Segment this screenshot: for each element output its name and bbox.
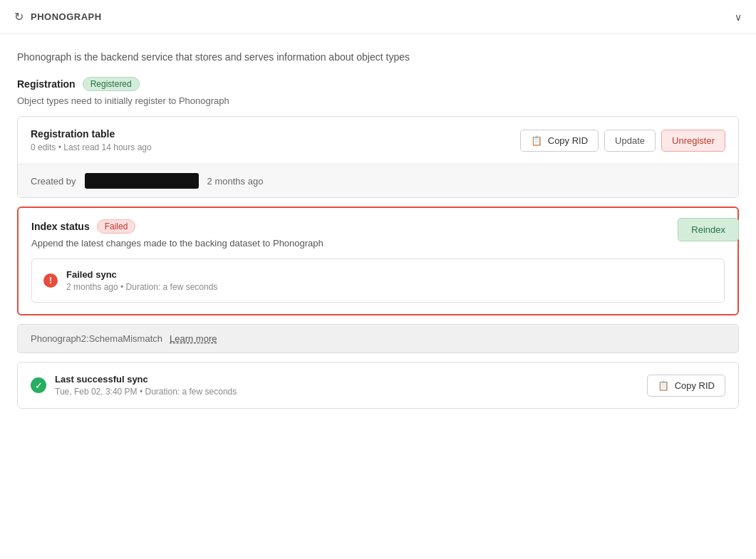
header-title: PHONOGRAPH <box>31 11 102 22</box>
last-sync-copy-rid-button[interactable]: 📋 Copy RID <box>647 375 725 397</box>
registration-title: Registration <box>17 78 76 90</box>
redacted-user <box>85 173 199 189</box>
schema-mismatch-banner: Phonograph2:SchemaMismatch Learn more <box>17 324 739 353</box>
reindex-container: Reindex <box>678 218 739 241</box>
failed-sync-title: Failed sync <box>66 269 217 280</box>
last-sync-copy-rid-label: Copy RID <box>675 380 715 391</box>
card-info-subtitle: 0 edits • Last read 14 hours ago <box>31 142 152 152</box>
registration-subtitle: Object types need to initially register … <box>17 95 739 106</box>
last-sync-title: Last successful sync <box>55 374 638 385</box>
description-text: Phonograph is the backend service that s… <box>17 51 739 63</box>
update-button[interactable]: Update <box>604 130 656 152</box>
failed-sync-subtitle: 2 months ago • Duration: a few seconds <box>66 282 217 292</box>
registration-card: Registration table 0 edits • Last read 1… <box>17 116 739 198</box>
index-subtitle: Append the latest changes made to the ba… <box>31 238 725 249</box>
reindex-label: Reindex <box>691 224 725 235</box>
schema-text: Phonograph2:SchemaMismatch <box>31 333 162 344</box>
card-info-title: Registration table <box>31 128 152 140</box>
registered-badge: Registered <box>83 77 140 91</box>
index-header: Index status Failed <box>31 219 725 234</box>
last-sync-card: ✓ Last successful sync Tue, Feb 02, 3:40… <box>17 362 739 409</box>
unregister-button[interactable]: Unregister <box>661 130 725 152</box>
card-actions: 📋 Copy RID Update Unregister <box>520 130 725 152</box>
failed-badge: Failed <box>97 219 136 234</box>
copy-rid-button[interactable]: 📋 Copy RID <box>520 130 599 152</box>
update-label: Update <box>615 135 645 146</box>
reindex-button[interactable]: Reindex <box>678 218 739 241</box>
index-status-card: Index status Failed Append the latest ch… <box>17 207 739 315</box>
failed-sync-info: Failed sync 2 months ago • Duration: a f… <box>66 269 217 292</box>
failed-sync-card: ! Failed sync 2 months ago • Duration: a… <box>31 258 725 303</box>
copy-rid-label: Copy RID <box>548 135 588 146</box>
unregister-label: Unregister <box>672 135 715 146</box>
last-sync-info: Last successful sync Tue, Feb 02, 3:40 P… <box>55 374 638 397</box>
clipboard-icon-2: 📋 <box>658 380 669 391</box>
registration-header: Registration Registered <box>17 77 739 91</box>
header-left: ↻ PHONOGRAPH <box>14 10 102 23</box>
card-main: Registration table 0 edits • Last read 1… <box>18 117 738 164</box>
refresh-icon: ↻ <box>14 10 24 23</box>
index-status-title: Index status <box>31 221 90 232</box>
last-sync-subtitle: Tue, Feb 02, 3:40 PM • Duration: a few s… <box>55 387 638 397</box>
index-section-outer: Index status Failed Append the latest ch… <box>17 207 739 409</box>
app-container: ↻ PHONOGRAPH ∨ Phonograph is the backend… <box>0 0 756 559</box>
card-info: Registration table 0 edits • Last read 1… <box>31 128 152 152</box>
learn-more-link[interactable]: Learn more <box>170 333 217 344</box>
created-time-ago: 2 months ago <box>207 176 264 187</box>
header: ↻ PHONOGRAPH ∨ <box>0 0 756 34</box>
chevron-down-icon[interactable]: ∨ <box>735 11 742 23</box>
error-icon: ! <box>43 273 58 288</box>
clipboard-icon: 📋 <box>531 135 542 146</box>
card-footer: Created by 2 months ago <box>18 164 738 197</box>
success-icon: ✓ <box>31 377 46 393</box>
main-content: Phonograph is the backend service that s… <box>0 34 756 426</box>
created-by-label: Created by <box>31 176 76 187</box>
